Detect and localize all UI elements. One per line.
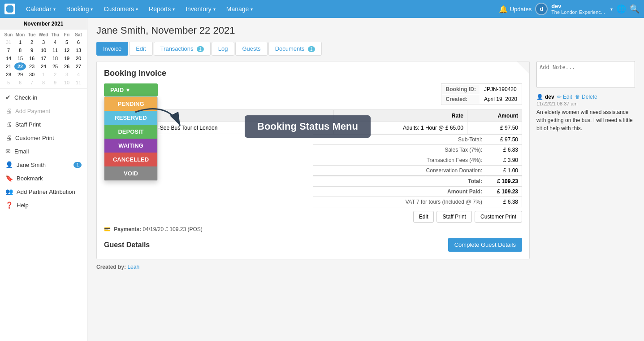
user-avatar: d [535, 3, 548, 15]
sidebar-item-customer-print[interactable]: 🖨 Customer Print [0, 131, 87, 144]
cal-day[interactable]: 6 [14, 79, 26, 87]
nav-reports[interactable]: Reports ▾ [143, 0, 180, 18]
cal-day[interactable]: 12 [61, 46, 73, 54]
nav-booking[interactable]: Booking ▾ [61, 0, 99, 18]
cal-day[interactable]: 18 [49, 54, 61, 62]
cal-day[interactable]: 29 [14, 70, 26, 79]
cal-day[interactable]: 26 [61, 62, 73, 70]
cal-day[interactable]: 14 [3, 54, 14, 62]
cal-day[interactable]: 1 [14, 38, 26, 46]
cal-day[interactable]: 15 [14, 54, 26, 62]
sidebar-item-bookmark[interactable]: 🔖 Bookmark [0, 171, 87, 185]
tab-guests[interactable]: Guests [235, 42, 267, 56]
status-option-reserved[interactable]: RESERVED [104, 111, 157, 125]
cal-day[interactable]: 5 [61, 38, 73, 46]
cal-day[interactable]: 16 [26, 54, 38, 62]
note-author-row: 👤 dev ✏ Edit 🗑 Delete [536, 94, 635, 100]
status-option-pending[interactable]: PENDING [104, 97, 157, 111]
main-content: Jane Smith, November 22 2021 Invoice Edi… [87, 18, 644, 341]
cal-day[interactable]: 22 [14, 62, 26, 70]
logo-icon[interactable] [4, 4, 15, 14]
print-icon: 🖨 [5, 134, 12, 141]
invoice-header: Booking Invoice [104, 69, 522, 78]
invoice-edit-button[interactable]: Edit [413, 211, 434, 223]
status-button[interactable]: PAID ▾ [104, 83, 158, 96]
tab-log[interactable]: Log [212, 42, 235, 56]
cal-day[interactable]: 10 [61, 79, 73, 87]
user-dropdown-chevron[interactable]: ▾ [610, 7, 613, 12]
cal-day[interactable]: 30 [26, 70, 38, 79]
status-option-void[interactable]: VOID [104, 166, 157, 180]
delete-icon: 🗑 [575, 94, 580, 100]
cal-day[interactable]: 6 [73, 38, 84, 46]
cal-day[interactable]: 31 [3, 38, 14, 46]
tab-invoice[interactable]: Invoice [96, 42, 128, 56]
cal-day[interactable]: 8 [38, 79, 49, 87]
cal-day[interactable]: 20 [73, 54, 84, 62]
cal-day[interactable]: 17 [38, 54, 49, 62]
cal-day[interactable]: 25 [49, 62, 61, 70]
cal-day[interactable]: 28 [3, 70, 14, 79]
cal-day[interactable]: 2 [49, 70, 61, 79]
sidebar-item-email[interactable]: ✉ Email [0, 144, 87, 158]
person-icon: 👤 [5, 161, 13, 168]
guest-details-title: Guest Details [104, 241, 150, 249]
cal-day[interactable]: 2 [26, 38, 38, 46]
cal-day[interactable]: 10 [38, 46, 49, 54]
status-option-cancelled[interactable]: CANCELLED [104, 153, 157, 166]
sidebar-item-jane-smith[interactable]: 👤 Jane Smith 1 [0, 158, 87, 171]
globe-icon[interactable]: 🌐 [616, 4, 626, 14]
status-option-deposit[interactable]: DEPOSIT [104, 125, 157, 139]
cal-day[interactable]: 9 [26, 46, 38, 54]
invoice-actions: Edit Staff Print Customer Print [104, 211, 522, 223]
notes-column: 👤 dev ✏ Edit 🗑 Delete 11/22/21 08:37 am … [536, 61, 635, 270]
cal-day[interactable]: 3 [61, 70, 73, 79]
cal-body: 3112345678910111213141516171819202122232… [3, 38, 84, 87]
cal-day[interactable]: 5 [3, 79, 14, 87]
cal-day[interactable]: 4 [49, 38, 61, 46]
cal-day[interactable]: 13 [73, 46, 84, 54]
cal-day[interactable]: 4 [73, 70, 84, 79]
tab-transactions[interactable]: Transactions 1 [154, 42, 211, 56]
sidebar-item-checkin[interactable]: ✔ Check-in [0, 91, 87, 104]
nav-manage[interactable]: Manage ▾ [221, 0, 259, 18]
print-icon: 🖨 [5, 121, 12, 128]
note-edit-link[interactable]: ✏ Edit [557, 94, 572, 100]
cal-day[interactable]: 1 [38, 70, 49, 79]
invoice-card: Booking Invoice Booking ID: JPJN-190420 … [96, 61, 530, 259]
nav-customers[interactable]: Customers ▾ [98, 0, 143, 18]
invoice-customer-print-button[interactable]: Customer Print [475, 211, 522, 223]
search-icon[interactable]: 🔍 [630, 4, 640, 14]
cal-day[interactable]: 11 [49, 46, 61, 54]
cal-day[interactable]: 21 [3, 62, 14, 70]
complete-guest-button[interactable]: Complete Guest Details [448, 238, 522, 252]
cal-day[interactable]: 11 [73, 79, 84, 87]
cal-day[interactable]: 27 [73, 62, 84, 70]
invoice-staff-print-button[interactable]: Staff Print [437, 211, 471, 223]
cal-day[interactable]: 19 [61, 54, 73, 62]
sidebar-item-add-partner[interactable]: 👥 Add Partner Attribution [0, 185, 87, 198]
tab-documents[interactable]: Documents 1 [268, 42, 322, 56]
updates-button[interactable]: 🔔 Updates [499, 5, 532, 13]
sidebar-item-staff-print[interactable]: 🖨 Staff Print [0, 118, 87, 131]
tab-edit[interactable]: Edit [129, 42, 152, 56]
cal-day[interactable]: 7 [3, 46, 14, 54]
note-textarea[interactable] [536, 61, 635, 88]
sidebar-item-help[interactable]: ❓ Help [0, 198, 87, 212]
note-delete-link[interactable]: 🗑 Delete [575, 94, 597, 100]
cal-day[interactable]: 23 [26, 62, 38, 70]
cal-day[interactable]: 7 [26, 79, 38, 87]
cal-day-headers: Sun Mon Tue Wed Thu Fri Sat [3, 31, 84, 38]
cal-day[interactable]: 8 [14, 46, 26, 54]
line-item-amount: £ 97.50 [467, 122, 522, 134]
status-option-waiting[interactable]: WAITING [104, 139, 157, 153]
booking-info-table: Booking ID: JPJN-190420 Created: April 1… [441, 83, 522, 105]
created-by-link[interactable]: Leah [127, 264, 139, 270]
email-icon: ✉ [5, 148, 11, 155]
chevron-down-icon: ▾ [126, 87, 130, 93]
cal-day[interactable]: 9 [49, 79, 61, 87]
nav-inventory[interactable]: Inventory ▾ [180, 0, 221, 18]
cal-day[interactable]: 24 [38, 62, 49, 70]
nav-calendar[interactable]: Calendar ▾ [21, 0, 61, 18]
cal-day[interactable]: 3 [38, 38, 49, 46]
